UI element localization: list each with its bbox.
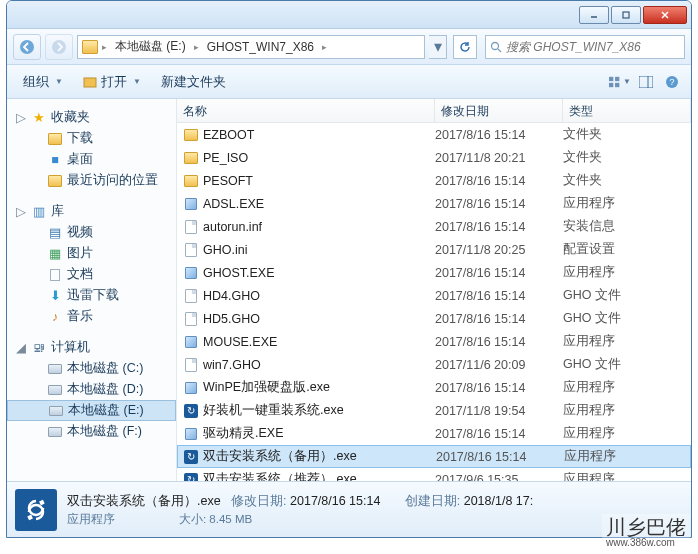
file-row[interactable]: ↻双击安装系统（备用）.exe2017/8/16 15:14应用程序 (177, 445, 691, 468)
search-box[interactable] (485, 35, 685, 59)
sidebar-computer[interactable]: ◢🖳计算机 (7, 337, 176, 358)
sidebar-recent[interactable]: 最近访问的位置 (7, 170, 176, 191)
status-details: 应用程序 大小: 8.45 MB (67, 512, 533, 527)
forward-button[interactable] (45, 34, 73, 60)
file-type: 应用程序 (563, 471, 691, 481)
status-filename: 双击安装系统（备用）.exe 修改日期: 2017/8/16 15:14 创建日… (67, 493, 533, 510)
file-name: 好装机一键重装系统.exe (203, 402, 344, 419)
sidebar-downloads[interactable]: 下载 (7, 128, 176, 149)
address-dropdown[interactable]: ▾ (429, 35, 447, 59)
sidebar-drive-e[interactable]: 本地磁盘 (E:) (7, 400, 176, 421)
sidebar-drive-f[interactable]: 本地磁盘 (F:) (7, 421, 176, 442)
file-name: PESOFT (203, 174, 253, 188)
file-icon (183, 127, 199, 143)
file-type: 应用程序 (564, 448, 690, 465)
file-row[interactable]: WinPE加强硬盘版.exe2017/8/16 15:14应用程序 (177, 376, 691, 399)
sidebar-xunlei[interactable]: ⬇迅雷下载 (7, 285, 176, 306)
file-row[interactable]: PESOFT2017/8/16 15:14文件夹 (177, 169, 691, 192)
file-icon: ↻ (183, 449, 199, 465)
sidebar-libraries[interactable]: ▷▥库 (7, 201, 176, 222)
file-type: 应用程序 (563, 333, 691, 350)
svg-rect-9 (609, 76, 613, 80)
statusbar: 双击安装系统（备用）.exe 修改日期: 2017/8/16 15:14 创建日… (7, 481, 691, 537)
preview-pane-button[interactable] (635, 72, 657, 92)
titlebar (7, 1, 691, 29)
breadcrumb-drive[interactable]: 本地磁盘 (E:) (111, 38, 190, 55)
breadcrumb-folder[interactable]: GHOST_WIN7_X86 (203, 40, 318, 54)
file-row[interactable]: autorun.inf2017/8/16 15:14安装信息 (177, 215, 691, 238)
file-name: 双击安装系统（备用）.exe (203, 448, 357, 465)
file-name: ADSL.EXE (203, 197, 264, 211)
svg-rect-10 (615, 76, 619, 80)
toolbar: 组织▼ 打开▼ 新建文件夹 ▼ ? (7, 65, 691, 99)
file-type: GHO 文件 (563, 287, 691, 304)
help-button[interactable]: ? (661, 72, 683, 92)
file-icon (183, 311, 199, 327)
file-date: 2017/8/16 15:14 (435, 289, 563, 303)
file-row[interactable]: ↻双击安装系统（推荐）.exe2017/9/6 15:35应用程序 (177, 468, 691, 481)
file-icon: ↻ (183, 403, 199, 419)
svg-line-7 (498, 49, 501, 52)
file-type: 应用程序 (563, 379, 691, 396)
view-options-button[interactable]: ▼ (609, 72, 631, 92)
file-type: 应用程序 (563, 264, 691, 281)
file-icon (183, 173, 199, 189)
minimize-button[interactable] (579, 6, 609, 24)
file-row[interactable]: GHO.ini2017/11/8 20:25配置设置 (177, 238, 691, 261)
file-name: HD5.GHO (203, 312, 260, 326)
refresh-button[interactable] (453, 35, 477, 59)
file-pane: 名称 修改日期 类型 EZBOOT2017/8/16 15:14文件夹PE_IS… (177, 99, 691, 481)
svg-rect-11 (609, 82, 613, 86)
file-row[interactable]: GHOST.EXE2017/8/16 15:14应用程序 (177, 261, 691, 284)
file-date: 2017/9/6 15:35 (435, 473, 563, 482)
sidebar-favorites[interactable]: ▷★收藏夹 (7, 107, 176, 128)
file-row[interactable]: ADSL.EXE2017/8/16 15:14应用程序 (177, 192, 691, 215)
col-name[interactable]: 名称 (177, 99, 435, 122)
file-row[interactable]: PE_ISO2017/11/8 20:21文件夹 (177, 146, 691, 169)
organize-menu[interactable]: 组织▼ (15, 69, 71, 95)
svg-point-4 (20, 40, 34, 54)
file-date: 2017/11/6 20:09 (435, 358, 563, 372)
file-icon (183, 242, 199, 258)
file-row[interactable]: win7.GHO2017/11/6 20:09GHO 文件 (177, 353, 691, 376)
file-row[interactable]: HD5.GHO2017/8/16 15:14GHO 文件 (177, 307, 691, 330)
sidebar-drive-c[interactable]: 本地磁盘 (C:) (7, 358, 176, 379)
file-row[interactable]: ↻好装机一键重装系统.exe2017/11/8 19:54应用程序 (177, 399, 691, 422)
sidebar-drive-d[interactable]: 本地磁盘 (D:) (7, 379, 176, 400)
maximize-button[interactable] (611, 6, 641, 24)
sidebar-desktop[interactable]: ■桌面 (7, 149, 176, 170)
sidebar-pictures[interactable]: ▦图片 (7, 243, 176, 264)
file-name: WinPE加强硬盘版.exe (203, 379, 330, 396)
file-name: 驱动精灵.EXE (203, 425, 284, 442)
search-input[interactable] (506, 40, 680, 54)
sidebar-documents[interactable]: 文档 (7, 264, 176, 285)
col-type[interactable]: 类型 (563, 99, 691, 122)
col-date[interactable]: 修改日期 (435, 99, 563, 122)
back-button[interactable] (13, 34, 41, 60)
file-row[interactable]: MOUSE.EXE2017/8/16 15:14应用程序 (177, 330, 691, 353)
file-icon (183, 196, 199, 212)
open-button[interactable]: 打开▼ (75, 69, 149, 95)
file-icon (183, 288, 199, 304)
file-type: 应用程序 (563, 402, 691, 419)
file-date: 2017/11/8 20:25 (435, 243, 563, 257)
svg-rect-12 (615, 82, 619, 86)
column-headers: 名称 修改日期 类型 (177, 99, 691, 123)
file-icon (183, 334, 199, 350)
new-folder-button[interactable]: 新建文件夹 (153, 69, 234, 95)
file-date: 2017/11/8 20:21 (435, 151, 563, 165)
file-icon (183, 357, 199, 373)
file-row[interactable]: EZBOOT2017/8/16 15:14文件夹 (177, 123, 691, 146)
sidebar-music[interactable]: ♪音乐 (7, 306, 176, 327)
file-row[interactable]: HD4.GHO2017/8/16 15:14GHO 文件 (177, 284, 691, 307)
file-list[interactable]: EZBOOT2017/8/16 15:14文件夹PE_ISO2017/11/8 … (177, 123, 691, 481)
sidebar-videos[interactable]: ▤视频 (7, 222, 176, 243)
file-date: 2017/8/16 15:14 (435, 381, 563, 395)
address-bar[interactable]: ▸ 本地磁盘 (E:) ▸ GHOST_WIN7_X86 ▸ (77, 35, 425, 59)
file-name: HD4.GHO (203, 289, 260, 303)
file-row[interactable]: 驱动精灵.EXE2017/8/16 15:14应用程序 (177, 422, 691, 445)
file-type: 应用程序 (563, 425, 691, 442)
file-icon (183, 380, 199, 396)
file-icon (183, 426, 199, 442)
close-button[interactable] (643, 6, 687, 24)
